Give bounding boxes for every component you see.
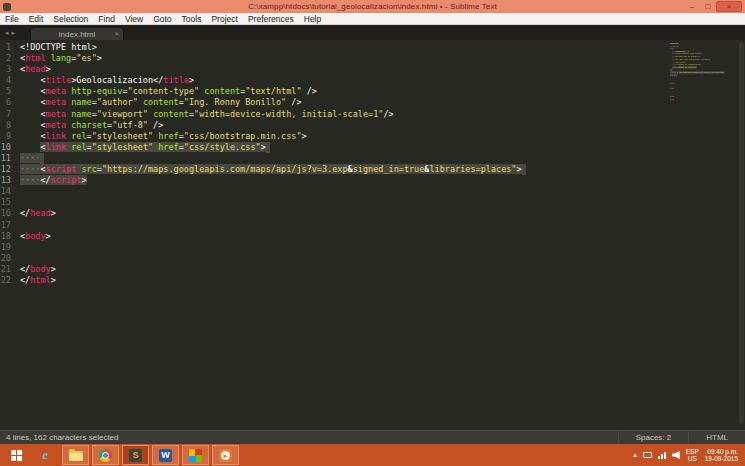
code-line[interactable]: 19 xyxy=(0,242,526,253)
code-line[interactable]: 6 <meta name="author" content="Ing. Ronn… xyxy=(0,97,526,108)
code-line[interactable]: 5 <meta http-equiv="content-type" conten… xyxy=(0,86,526,97)
line-number: 19 xyxy=(0,242,20,253)
language-top: ESP xyxy=(686,448,699,455)
code-line[interactable]: 14 xyxy=(0,186,526,197)
line-number: 16 xyxy=(0,208,20,219)
code-line[interactable]: 8 <meta charset="utf-8" /> xyxy=(0,120,526,131)
code-line[interactable]: 3<head> xyxy=(0,64,526,75)
editor-area[interactable]: 1<!DOCTYPE html>2<html lang="es">3<head>… xyxy=(0,40,745,430)
minimize-button[interactable]: – xyxy=(684,0,700,13)
clock[interactable]: 09:40 p.m. 19-09-2015 xyxy=(705,448,738,462)
line-number: 20 xyxy=(0,253,20,264)
code-line[interactable]: ····<script src="https://maps.googleapis… xyxy=(670,71,730,74)
line-number: 7 xyxy=(0,109,20,120)
system-tray: ▴ ESP US 09:40 p.m. 19-09-2015 xyxy=(633,444,745,466)
language-indicator[interactable]: ESP US xyxy=(686,448,699,462)
line-number: 15 xyxy=(0,197,20,208)
display-icon[interactable] xyxy=(643,452,652,458)
tab-scroll-arrows[interactable]: ◂▸ xyxy=(0,29,22,40)
code-line[interactable]: 22</html> xyxy=(0,275,526,286)
menu-help[interactable]: Help xyxy=(299,13,326,25)
code-line[interactable]: 12····<script src="https://maps.googleap… xyxy=(0,164,526,175)
menu-file[interactable]: File xyxy=(0,13,24,25)
code-line[interactable]: 11···· xyxy=(0,153,526,164)
network-icon[interactable] xyxy=(658,451,666,459)
menu-goto[interactable]: Goto xyxy=(148,13,176,25)
office-icon xyxy=(189,449,202,462)
taskbar-sublime-text[interactable]: S xyxy=(122,445,149,465)
sublime-text-icon: S xyxy=(129,449,142,462)
taskbar-media-player[interactable] xyxy=(212,445,239,465)
line-number: 22 xyxy=(0,275,20,286)
tab-close-icon[interactable]: × xyxy=(114,29,119,38)
start-button[interactable] xyxy=(0,444,32,466)
vertical-scrollbar[interactable] xyxy=(739,42,744,424)
code-view[interactable]: 1<!DOCTYPE html>2<html lang="es">3<head>… xyxy=(0,42,526,286)
taskbar-word[interactable]: W xyxy=(152,445,179,465)
maximize-button[interactable]: □ xyxy=(700,0,716,13)
file-explorer-icon xyxy=(69,451,83,461)
line-number: 17 xyxy=(0,220,20,231)
indent-setting[interactable]: Spaces: 2 xyxy=(618,431,689,444)
menu-tools[interactable]: Tools xyxy=(177,13,207,25)
language-bottom: US xyxy=(686,455,699,462)
tab-scroll-right-icon[interactable]: ▸ xyxy=(12,29,19,36)
line-number: 18 xyxy=(0,231,20,242)
status-bar: 4 lines, 162 characters selected Spaces:… xyxy=(0,430,745,444)
clock-date: 19-09-2015 xyxy=(705,455,738,462)
windows-logo-icon xyxy=(11,449,22,460)
line-number: 21 xyxy=(0,264,20,275)
menu-view[interactable]: View xyxy=(120,13,148,25)
taskbar-file-explorer[interactable] xyxy=(62,445,89,465)
line-number: 2 xyxy=(0,53,20,64)
code-line[interactable]: 2<html lang="es"> xyxy=(0,53,526,64)
taskbar-internet-explorer[interactable]: e xyxy=(32,445,59,465)
volume-icon[interactable] xyxy=(672,451,680,459)
code-line[interactable]: 20 xyxy=(0,253,526,264)
clock-time: 09:40 p.m. xyxy=(705,448,738,455)
code-line[interactable]: 16</head> xyxy=(0,208,526,219)
title-bar: C:\xampp\htdocs\tutorial_geolocalizacion… xyxy=(0,0,745,13)
windows-taskbar: eSW ▴ ESP US 09:40 p.m. 19-09-2015 xyxy=(0,444,745,466)
tab-index-html[interactable]: index.html × xyxy=(30,27,124,40)
chrome-icon xyxy=(99,449,112,462)
code-line[interactable]: 1<!DOCTYPE html> xyxy=(0,42,526,53)
line-number: 11 xyxy=(0,153,20,164)
menu-selection[interactable]: Selection xyxy=(48,13,93,25)
line-number: 4 xyxy=(0,75,20,86)
code-line[interactable]: 4 <title>Geolocalizacion</title> xyxy=(0,75,526,86)
taskbar-office[interactable] xyxy=(182,445,209,465)
line-number: 10 xyxy=(0,142,20,153)
menu-find[interactable]: Find xyxy=(93,13,120,25)
code-line[interactable]: 18<body> xyxy=(0,231,526,242)
sublime-text-window: C:\xampp\htdocs\tutorial_geolocalizacion… xyxy=(0,0,745,466)
menu-edit[interactable]: Edit xyxy=(24,13,49,25)
code-line[interactable]: 7 <meta name="viewport" content="width=d… xyxy=(0,109,526,120)
line-number: 1 xyxy=(0,42,20,53)
selection-status: 4 lines, 162 characters selected xyxy=(0,433,119,442)
code-line[interactable]: 21</body> xyxy=(0,264,526,275)
code-line[interactable]: 13····</script> xyxy=(0,175,526,186)
menu-preferences[interactable]: Preferences xyxy=(243,13,299,25)
code-line[interactable]: 17 xyxy=(0,220,526,231)
code-line[interactable]: 9 <link rel="stylesheet" href="css/boots… xyxy=(0,131,526,142)
line-number: 5 xyxy=(0,86,20,97)
minimap[interactable]: <!DOCTYPE html><html lang="es"><head> <t… xyxy=(670,42,732,122)
code-line[interactable]: 10 <link rel="stylesheet" href="css/styl… xyxy=(0,142,526,153)
tab-bar: ◂▸ index.html × xyxy=(0,25,745,40)
close-button[interactable]: × xyxy=(716,1,742,12)
line-number: 9 xyxy=(0,131,20,142)
line-number: 6 xyxy=(0,97,20,108)
taskbar-chrome[interactable] xyxy=(92,445,119,465)
code-line[interactable]: </html> xyxy=(670,98,730,101)
line-number: 14 xyxy=(0,186,20,197)
line-number: 12 xyxy=(0,164,20,175)
syntax-setting[interactable]: HTML xyxy=(688,431,745,444)
tray-expand-icon[interactable]: ▴ xyxy=(633,451,637,459)
window-title: C:\xampp\htdocs\tutorial_geolocalizacion… xyxy=(0,2,745,11)
menu-project[interactable]: Project xyxy=(206,13,242,25)
line-number: 13 xyxy=(0,175,20,186)
line-number: 8 xyxy=(0,120,20,131)
code-line[interactable]: 15 xyxy=(0,197,526,208)
internet-explorer-icon: e xyxy=(39,449,52,462)
